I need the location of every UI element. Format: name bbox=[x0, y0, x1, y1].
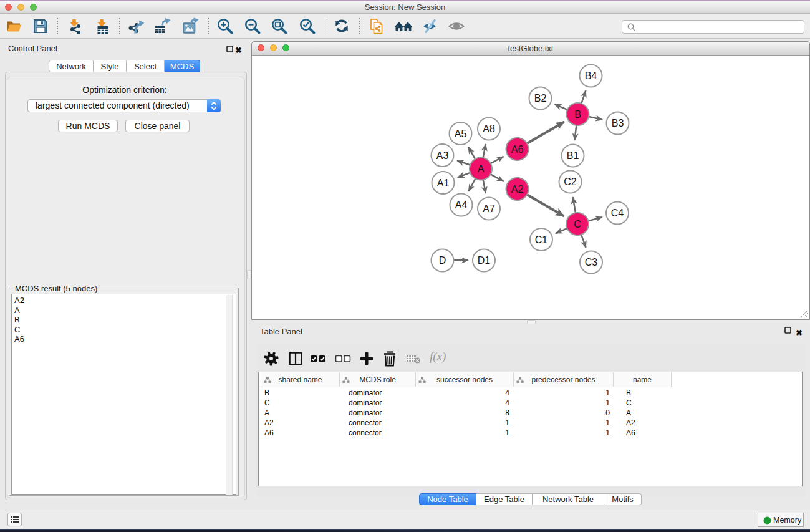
svg-text:A4: A4 bbox=[455, 200, 468, 210]
svg-text:A1: A1 bbox=[437, 178, 450, 188]
svg-text:C1: C1 bbox=[535, 235, 548, 245]
svg-text:B2: B2 bbox=[534, 93, 547, 104]
svg-text:A7: A7 bbox=[483, 203, 495, 214]
svg-text:B: B bbox=[574, 109, 581, 120]
svg-text:C3: C3 bbox=[585, 257, 598, 268]
svg-text:B4: B4 bbox=[585, 70, 597, 81]
svg-text:C: C bbox=[574, 219, 581, 230]
svg-text:A: A bbox=[478, 163, 485, 174]
svg-text:B3: B3 bbox=[612, 118, 624, 128]
svg-text:C4: C4 bbox=[611, 208, 624, 218]
svg-text:A2: A2 bbox=[511, 184, 524, 195]
svg-text:A3: A3 bbox=[436, 150, 449, 161]
svg-text:D1: D1 bbox=[478, 255, 491, 266]
svg-text:A6: A6 bbox=[511, 144, 524, 155]
svg-text:A8: A8 bbox=[483, 123, 495, 134]
svg-text:B1: B1 bbox=[567, 150, 579, 161]
svg-text:C2: C2 bbox=[564, 177, 577, 187]
svg-text:D: D bbox=[439, 255, 446, 266]
svg-text:A5: A5 bbox=[455, 128, 467, 139]
